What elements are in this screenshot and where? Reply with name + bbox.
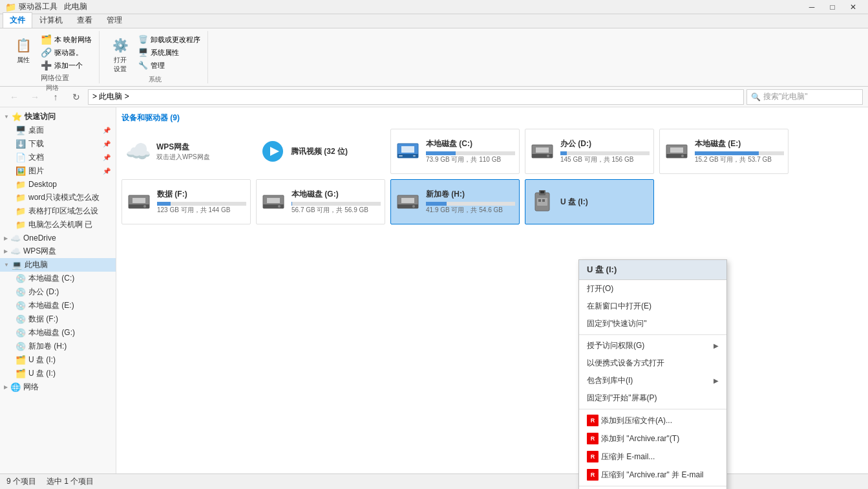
- sidebar-drive-e[interactable]: 💿 本地磁盘 (E:): [0, 299, 116, 312]
- sidebar-item-word[interactable]: 📁 word只读模式怎么改: [0, 191, 116, 204]
- ribbon-btn-add-location[interactable]: ➕ 添加一个: [39, 60, 94, 71]
- sidebar-drive-g[interactable]: 💿 本地磁盘 (G:): [0, 326, 116, 340]
- tab-view[interactable]: 查看: [70, 12, 100, 28]
- title-bar-left: 📁 驱动器工具 此电脑: [5, 1, 87, 12]
- network-icon: 🌐: [10, 382, 21, 393]
- sidebar-drive-h[interactable]: 💿 新加卷 (H:): [0, 340, 116, 353]
- ctx-item-zip-email[interactable]: R 压缩并 E-mail...: [579, 448, 726, 466]
- sidebar-drive-c[interactable]: 💿 本地磁盘 (C:): [0, 272, 116, 285]
- sidebar-item-network[interactable]: ▶ 🌐 网络: [0, 380, 116, 394]
- ribbon-btn-map-drive[interactable]: 🔗 驱动器。: [39, 47, 94, 58]
- d-drive-sub: 145 GB 可用，共 156 GB: [560, 155, 650, 164]
- f-drive-info: 数据 (F:) 123 GB 可用，共 144 GB: [157, 189, 246, 215]
- ribbon: 📋 属性 🗂️ 本 映射网络 🔗 驱动器。 ➕ 添加一个 网络位置: [0, 28, 868, 87]
- pin-icon: 📌: [103, 127, 111, 134]
- sidebar-item-wps[interactable]: ▶ ☁️ WPS网盘: [0, 244, 116, 258]
- ribbon-btn-network-loc[interactable]: 网络位置: [39, 72, 94, 83]
- quick-access-label: 快速访问: [25, 111, 56, 122]
- sidebar-drive-i2[interactable]: 🗂️ U 盘 (I:): [0, 367, 116, 380]
- ribbon-btn-properties[interactable]: 📋 属性: [10, 34, 36, 66]
- device-tencent[interactable]: 腾讯视频 (32 位): [256, 129, 385, 174]
- c-drive-name: 本地磁盘 (C:): [426, 138, 515, 149]
- ctx-grant-arrow: ▶: [714, 342, 719, 349]
- computer-icon: 💻: [12, 260, 22, 270]
- quick-access-expand-icon: ▼: [4, 114, 9, 120]
- nav-refresh-button[interactable]: ↻: [67, 89, 85, 105]
- sidebar-item-desktop2[interactable]: 📁 Desktop: [0, 178, 116, 191]
- wps-cloud-info: WPS网盘 双击进入WPS网盘: [156, 142, 247, 162]
- ribbon-group-properties-items: 📋 属性 🗂️ 本 映射网络 🔗 驱动器。 ➕ 添加一个 网络位置: [10, 31, 94, 83]
- ribbon-btn-uninstall[interactable]: 🗑️ 卸载或更改程序: [136, 34, 202, 45]
- device-d-drive[interactable]: 办公 (D:) 145 GB 可用，共 156 GB: [525, 129, 654, 174]
- sidebar-item-desktop[interactable]: 🖥️ 桌面 📌: [0, 124, 116, 137]
- nav-up-button[interactable]: ↑: [47, 89, 65, 105]
- maximize-button[interactable]: □: [823, 1, 842, 14]
- device-h-drive[interactable]: 新加卷 (H:) 41.9 GB 可用，共 54.6 GB: [390, 179, 520, 224]
- u-disk-info: U 盘 (I:): [560, 197, 650, 208]
- sidebar-drive-d-label: 办公 (D:): [28, 287, 59, 298]
- e-drive-sub: 15.2 GB 可用，共 53.7 GB: [695, 155, 784, 164]
- search-box[interactable]: 🔍 搜索"此电脑": [746, 89, 863, 105]
- sidebar-shutdown-label: 电脑怎么关机啊 已: [28, 219, 92, 230]
- minimize-button[interactable]: ─: [802, 1, 821, 14]
- ribbon-btn-manage[interactable]: 🔧 管理: [136, 60, 202, 71]
- g-drive-name: 本地磁盘 (G:): [291, 189, 381, 200]
- device-c-drive[interactable]: 本地磁盘 (C:) 73.9 GB 可用，共 110 GB: [390, 129, 520, 174]
- sidebar-item-downloads[interactable]: ⬇️ 下载 📌: [0, 137, 116, 151]
- tencent-device-icon: [260, 138, 286, 164]
- sidebar-drive-i1[interactable]: 🗂️ U 盘 (I:): [0, 353, 116, 367]
- ctx-item-open[interactable]: 打开(O): [579, 280, 726, 298]
- sidebar-item-thispc[interactable]: ▼ 💻 此电脑: [0, 258, 116, 272]
- ctx-add-archive-left: R 添加到 "Archive.rar"(T): [587, 433, 679, 444]
- sidebar-item-onedrive[interactable]: ▶ ☁️ OneDrive: [0, 232, 116, 244]
- device-wps-cloud[interactable]: ☁️ WPS网盘 双击进入WPS网盘: [122, 129, 251, 174]
- ribbon-btn-open-settings[interactable]: ⚙️ 打开设置: [107, 34, 133, 75]
- ribbon-group-properties: 📋 属性 🗂️ 本 映射网络 🔗 驱动器。 ➕ 添加一个 网络位置: [5, 31, 100, 83]
- device-g-drive[interactable]: 本地磁盘 (G:) 56.7 GB 可用，共 56.9 GB: [256, 179, 385, 224]
- sidebar-item-shutdown[interactable]: 📁 电脑怎么关机啊 已: [0, 218, 116, 232]
- title-bar: 📁 驱动器工具 此电脑 ─ □ ✕: [0, 0, 868, 14]
- sidebar-drive-f[interactable]: 💿 数据 (F:): [0, 312, 116, 326]
- ctx-item-portable[interactable]: 以便携式设备方式打开: [579, 354, 726, 372]
- nav-forward-button[interactable]: →: [26, 89, 44, 105]
- documents-icon: 📄: [16, 153, 26, 163]
- nav-back-button[interactable]: ←: [5, 89, 23, 105]
- device-f-drive[interactable]: 数据 (F:) 123 GB 可用，共 144 GB: [122, 179, 251, 224]
- folder-icon: 📁: [16, 179, 26, 190]
- drive-e-icon: 💿: [16, 301, 26, 311]
- d-drive-info: 办公 (D:) 145 GB 可用，共 156 GB: [560, 138, 650, 164]
- address-input[interactable]: > 此电脑 >: [88, 89, 744, 105]
- h-drive-name: 新加卷 (H:): [426, 189, 515, 200]
- device-u-disk[interactable]: U 盘 (I:): [525, 179, 654, 224]
- ctx-item-include-lib[interactable]: 包含到库中(I) ▶: [579, 372, 726, 389]
- ribbon-btn-sys-props[interactable]: 🖥️ 系统属性: [136, 47, 202, 58]
- tab-file[interactable]: 文件: [3, 12, 32, 28]
- ctx-item-add-archive[interactable]: R 添加到 "Archive.rar"(T): [579, 429, 726, 448]
- sidebar-item-documents[interactable]: 📄 文档 📌: [0, 151, 116, 164]
- star-icon: ⭐: [12, 112, 22, 122]
- svg-rect-24: [397, 204, 418, 208]
- tab-computer[interactable]: 计算机: [32, 12, 70, 28]
- ctx-item-pin-quick[interactable]: 固定到"快速访问": [579, 315, 726, 332]
- ctx-item-open-new[interactable]: 在新窗口中打开(E): [579, 298, 726, 315]
- title-bar-controls: ─ □ ✕: [802, 1, 863, 14]
- ctx-include-label: 包含到库中(I): [587, 375, 633, 386]
- ctx-item-pin-start[interactable]: 固定到"开始"屏幕(P): [579, 389, 726, 407]
- close-button[interactable]: ✕: [843, 1, 863, 14]
- sidebar-drive-d[interactable]: 💿 办公 (D:): [0, 285, 116, 299]
- ribbon-btn-open-location[interactable]: 🗂️ 本 映射网络: [39, 34, 94, 45]
- ctx-item-add-zip[interactable]: R 添加到压缩文件(A)...: [579, 411, 726, 429]
- ctx-item-archive-email[interactable]: R 压缩到 "Archive.rar" 并 E-mail: [579, 466, 726, 484]
- sidebar-item-table[interactable]: 📁 表格打印区域怎么设: [0, 204, 116, 218]
- ctx-item-grant-access[interactable]: 授予访问权限(G) ▶: [579, 337, 726, 354]
- ctx-include-arrow: ▶: [714, 377, 719, 384]
- manage-label: 管理: [151, 61, 165, 71]
- tab-manage[interactable]: 管理: [100, 12, 129, 28]
- device-e-drive[interactable]: 本地磁盘 (E:) 15.2 GB 可用，共 53.7 GB: [659, 129, 789, 174]
- svg-rect-9: [536, 147, 549, 153]
- sidebar-quick-access[interactable]: ▼ ⭐ 快速访问: [0, 110, 116, 124]
- f-drive-sub: 123 GB 可用，共 144 GB: [157, 206, 246, 215]
- address-bar: ← → ↑ ↻ > 此电脑 > 🔍 搜索"此电脑": [0, 87, 868, 107]
- drive-c-icon: 💿: [16, 274, 26, 284]
- sidebar-item-pictures[interactable]: 🖼️ 图片 📌: [0, 164, 116, 178]
